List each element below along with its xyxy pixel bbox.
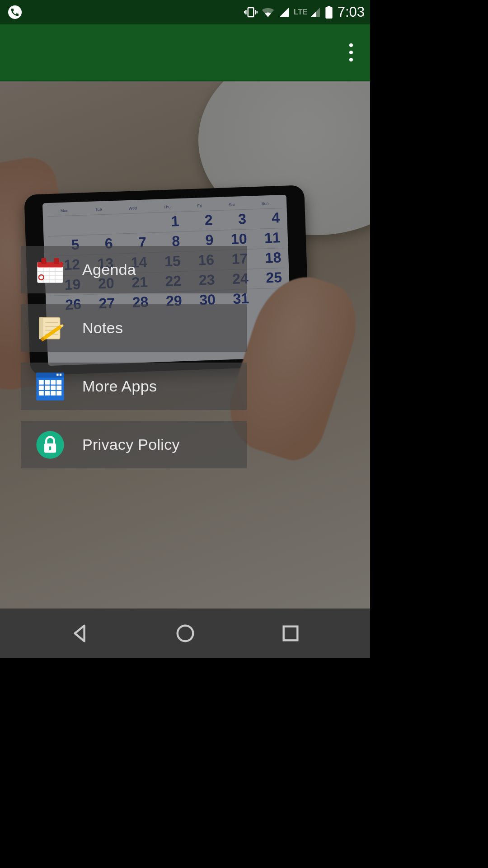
menu-item-label: Agenda bbox=[82, 261, 136, 278]
status-left bbox=[8, 5, 22, 19]
status-bar: LTE 7:03 bbox=[0, 0, 370, 24]
status-right: LTE 7:03 bbox=[244, 4, 365, 20]
svg-rect-43 bbox=[56, 391, 61, 395]
app-bar bbox=[0, 24, 370, 81]
signal-secondary-icon bbox=[310, 7, 321, 18]
svg-rect-38 bbox=[51, 385, 56, 390]
navigation-bar bbox=[0, 609, 370, 658]
content-area: MonTueWedThuFriSatSun 1234 567891011 121… bbox=[0, 81, 370, 609]
menu-item-label: Notes bbox=[82, 319, 123, 337]
svg-rect-9 bbox=[41, 258, 46, 264]
wifi-icon bbox=[261, 7, 275, 18]
battery-icon bbox=[325, 6, 333, 19]
back-button[interactable] bbox=[70, 623, 90, 644]
menu-item-label: More Apps bbox=[82, 377, 157, 395]
svg-rect-40 bbox=[39, 391, 44, 395]
status-icons: LTE bbox=[244, 5, 333, 19]
svg-rect-10 bbox=[54, 258, 59, 264]
svg-rect-6 bbox=[327, 6, 330, 8]
svg-rect-48 bbox=[283, 627, 297, 641]
svg-rect-8 bbox=[38, 262, 63, 267]
svg-rect-36 bbox=[39, 385, 44, 390]
lock-icon bbox=[34, 429, 66, 461]
lte-label: LTE bbox=[294, 8, 308, 17]
calendar-icon bbox=[34, 254, 66, 286]
svg-rect-32 bbox=[39, 380, 44, 384]
svg-rect-33 bbox=[45, 380, 50, 384]
svg-point-47 bbox=[177, 626, 193, 642]
menu-item-privacy-policy[interactable]: Privacy Policy bbox=[21, 421, 247, 468]
svg-rect-42 bbox=[51, 391, 56, 395]
recents-button[interactable] bbox=[280, 623, 301, 644]
notes-icon bbox=[34, 312, 66, 344]
main-menu: Agenda bbox=[21, 246, 247, 468]
signal-icon bbox=[278, 7, 290, 18]
svg-rect-39 bbox=[56, 385, 61, 390]
menu-item-label: Privacy Policy bbox=[82, 436, 180, 453]
svg-rect-41 bbox=[45, 391, 50, 395]
menu-item-agenda[interactable]: Agenda bbox=[21, 246, 247, 293]
svg-rect-37 bbox=[45, 385, 50, 390]
svg-rect-19 bbox=[39, 317, 43, 339]
svg-rect-5 bbox=[325, 7, 332, 19]
svg-rect-34 bbox=[51, 380, 56, 384]
home-button[interactable] bbox=[175, 623, 196, 644]
svg-rect-46 bbox=[49, 446, 51, 450]
menu-item-notes[interactable]: Notes bbox=[21, 304, 247, 352]
phone-notification-icon bbox=[8, 5, 22, 19]
svg-rect-35 bbox=[56, 380, 61, 384]
vibrate-icon bbox=[244, 5, 258, 19]
apps-grid-icon bbox=[34, 371, 66, 402]
overflow-menu-button[interactable] bbox=[345, 39, 357, 66]
svg-rect-31 bbox=[60, 373, 61, 375]
svg-rect-0 bbox=[248, 8, 254, 17]
status-clock: 7:03 bbox=[338, 4, 365, 20]
svg-rect-30 bbox=[56, 373, 58, 375]
menu-item-more-apps[interactable]: More Apps bbox=[21, 363, 247, 410]
